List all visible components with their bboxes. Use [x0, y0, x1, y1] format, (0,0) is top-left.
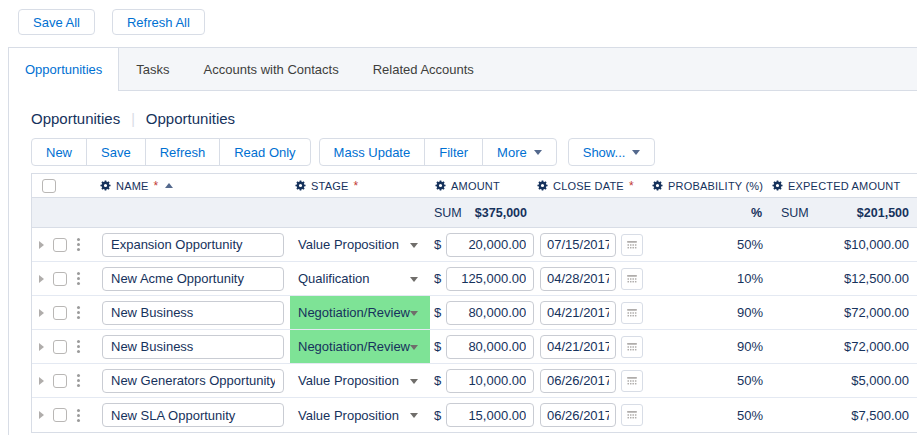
stage-select[interactable]: Negotiation/Review	[290, 296, 430, 329]
column-header-close-date[interactable]: CLOSE DATE *	[532, 180, 647, 192]
name-input[interactable]	[102, 301, 284, 325]
column-settings-gear-icon[interactable]	[652, 180, 663, 191]
column-header-stage[interactable]: STAGE *	[290, 180, 430, 192]
row-menu-icon[interactable]	[77, 277, 80, 280]
name-input[interactable]	[102, 369, 284, 393]
row-menu-icon[interactable]	[77, 414, 80, 417]
calendar-button[interactable]	[621, 268, 643, 290]
calendar-button[interactable]	[621, 404, 643, 426]
read-only-button[interactable]: Read Only	[219, 138, 310, 166]
probability-value: 90%	[737, 305, 763, 320]
row-expand-icon[interactable]	[39, 309, 44, 317]
row-expand-icon[interactable]	[39, 377, 44, 385]
sort-ascending-icon	[165, 183, 173, 188]
chevron-down-icon	[410, 243, 418, 248]
row-expand-icon[interactable]	[39, 241, 44, 249]
expected-amount-value: $5,000.00	[851, 373, 909, 388]
column-settings-gear-icon[interactable]	[435, 180, 446, 191]
name-input[interactable]	[102, 267, 284, 291]
column-header-amount[interactable]: AMOUNT *	[430, 180, 532, 192]
tab-related-accounts[interactable]: Related Accounts	[356, 48, 491, 90]
row-checkbox[interactable]	[53, 272, 67, 286]
mass-update-button[interactable]: Mass Update	[319, 138, 426, 166]
row-checkbox[interactable]	[53, 374, 67, 388]
probability-value: 90%	[737, 339, 763, 354]
row-menu-icon[interactable]	[77, 243, 80, 246]
column-settings-gear-icon[interactable]	[537, 180, 548, 191]
table-row: Value Proposition $ 50% $7,500.00	[32, 398, 917, 432]
stage-select[interactable]: Qualification	[290, 262, 430, 295]
close-date-input[interactable]	[540, 233, 616, 257]
refresh-all-button[interactable]: Refresh All	[112, 9, 205, 35]
calendar-button[interactable]	[621, 302, 643, 324]
show-button-label: Show...	[583, 145, 626, 160]
close-date-input[interactable]	[540, 335, 616, 359]
column-settings-gear-icon[interactable]	[100, 180, 111, 191]
row-checkbox[interactable]	[53, 340, 67, 354]
row-menu-icon[interactable]	[77, 345, 80, 348]
column-label: STAGE	[311, 180, 348, 192]
close-date-input[interactable]	[540, 369, 616, 393]
column-header-probability[interactable]: PROBABILITY (%) *	[647, 180, 767, 192]
stage-value: Value Proposition	[298, 237, 399, 252]
column-header-expected-amount[interactable]: EXPECTED AMOUNT *	[767, 180, 917, 192]
calendar-icon	[626, 341, 638, 353]
currency-symbol: $	[434, 373, 441, 388]
new-button[interactable]: New	[31, 138, 87, 166]
row-checkbox[interactable]	[53, 238, 67, 252]
currency-symbol: $	[434, 408, 441, 423]
calendar-button[interactable]	[621, 234, 643, 256]
refresh-button[interactable]: Refresh	[145, 138, 221, 166]
stage-value: Qualification	[298, 271, 370, 286]
close-date-input[interactable]	[540, 267, 616, 291]
table-row: Negotiation/Review $ 90% $72,000.00	[32, 330, 917, 364]
calendar-button[interactable]	[621, 336, 643, 358]
amount-sum-label: SUM	[434, 206, 462, 220]
stage-select[interactable]: Value Proposition	[290, 228, 430, 261]
save-button[interactable]: Save	[86, 138, 146, 166]
required-asterisk: *	[154, 182, 159, 190]
row-menu-icon[interactable]	[77, 311, 80, 314]
row-checkbox[interactable]	[53, 306, 67, 320]
show-button[interactable]: Show...	[568, 138, 656, 166]
chevron-down-icon	[534, 150, 542, 155]
row-expand-icon[interactable]	[39, 275, 44, 283]
column-label: NAME	[116, 180, 149, 192]
expected-sum-label: SUM	[781, 206, 809, 220]
column-settings-gear-icon[interactable]	[772, 180, 783, 191]
filter-button[interactable]: Filter	[424, 138, 483, 166]
column-header-name[interactable]: NAME *	[95, 180, 290, 192]
stage-select[interactable]: Negotiation/Review	[290, 330, 430, 363]
table-row: Qualification $ 10% $12,500.00	[32, 262, 917, 296]
tab-opportunities[interactable]: Opportunities	[9, 48, 119, 91]
row-expand-icon[interactable]	[39, 411, 44, 419]
tab-tasks[interactable]: Tasks	[119, 48, 186, 90]
row-checkbox[interactable]	[53, 408, 67, 422]
amount-input[interactable]	[446, 301, 534, 325]
more-button[interactable]: More	[482, 138, 557, 166]
name-input[interactable]	[102, 335, 284, 359]
probability-value: 10%	[737, 271, 763, 286]
opportunities-table: NAME * STAGE * AMOUNT * CLOSE DATE * PRO	[31, 173, 917, 433]
amount-input[interactable]	[446, 335, 534, 359]
amount-input[interactable]	[446, 267, 534, 291]
close-date-input[interactable]	[540, 403, 616, 427]
column-label: AMOUNT	[451, 180, 500, 192]
column-settings-gear-icon[interactable]	[295, 180, 306, 191]
calendar-button[interactable]	[621, 370, 643, 392]
stage-select[interactable]: Value Proposition	[290, 398, 430, 432]
name-input[interactable]	[102, 403, 284, 427]
row-expand-icon[interactable]	[39, 343, 44, 351]
amount-input[interactable]	[446, 369, 534, 393]
amount-input[interactable]	[446, 403, 534, 427]
name-input[interactable]	[102, 233, 284, 257]
tab-accounts-with-contacts[interactable]: Accounts with Contacts	[187, 48, 356, 90]
stage-select[interactable]: Value Proposition	[290, 364, 430, 397]
stage-value: Negotiation/Review	[298, 339, 410, 354]
amount-input[interactable]	[446, 233, 534, 257]
close-date-input[interactable]	[540, 301, 616, 325]
row-menu-icon[interactable]	[77, 379, 80, 382]
select-all-checkbox[interactable]	[42, 179, 56, 193]
chevron-down-icon	[632, 150, 640, 155]
save-all-button[interactable]: Save All	[18, 9, 95, 35]
